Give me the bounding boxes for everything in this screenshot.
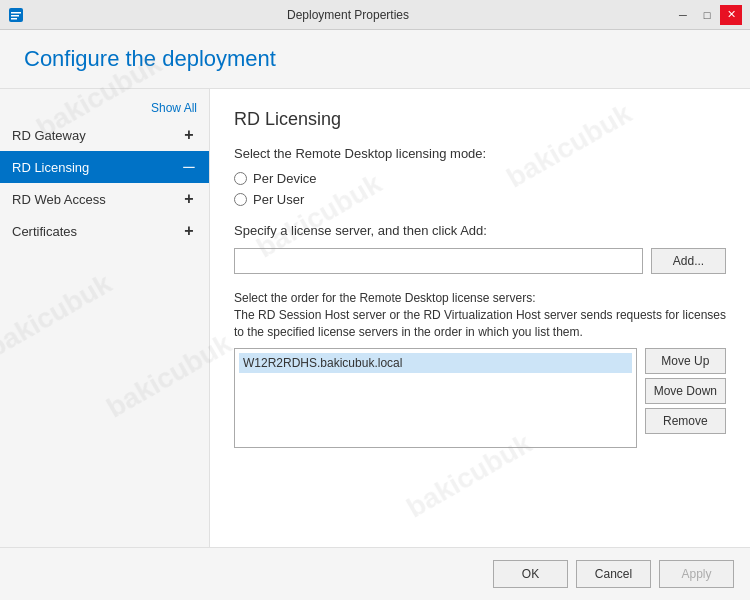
app-icon bbox=[8, 7, 24, 23]
content-area: Show All RD Gateway + RD Licensing ─ RD … bbox=[0, 89, 750, 547]
close-button[interactable]: ✕ bbox=[720, 5, 742, 25]
order-desc-line2: The RD Session Host server or the RD Vir… bbox=[234, 308, 726, 339]
order-desc-line1: Select the order for the Remote Desktop … bbox=[234, 291, 535, 305]
sidebar-expand-icon-certificates: + bbox=[181, 223, 197, 239]
window-controls: ─ □ ✕ bbox=[672, 5, 742, 25]
svg-rect-1 bbox=[11, 12, 21, 14]
title-bar: Deployment Properties ─ □ ✕ bbox=[0, 0, 750, 30]
licensing-mode-label: Select the Remote Desktop licensing mode… bbox=[234, 146, 726, 161]
server-side-buttons: Move Up Move Down Remove bbox=[645, 348, 726, 448]
sidebar-item-rd-web-access[interactable]: RD Web Access + bbox=[0, 183, 209, 215]
move-down-button[interactable]: Move Down bbox=[645, 378, 726, 404]
footer: OK Cancel Apply bbox=[0, 547, 750, 600]
sidebar-collapse-icon-rd-licensing: ─ bbox=[181, 159, 197, 175]
radio-per-device-input[interactable] bbox=[234, 172, 247, 185]
main-window: Configure the deployment Show All RD Gat… bbox=[0, 30, 750, 600]
move-up-button[interactable]: Move Up bbox=[645, 348, 726, 374]
main-panel: RD Licensing Select the Remote Desktop l… bbox=[210, 89, 750, 547]
svg-rect-3 bbox=[11, 18, 17, 20]
section-title: RD Licensing bbox=[234, 109, 726, 130]
radio-per-user[interactable]: Per User bbox=[234, 192, 726, 207]
maximize-button[interactable]: □ bbox=[696, 5, 718, 25]
cancel-button[interactable]: Cancel bbox=[576, 560, 651, 588]
add-button[interactable]: Add... bbox=[651, 248, 726, 274]
page-title: Configure the deployment bbox=[24, 46, 726, 72]
minimize-button[interactable]: ─ bbox=[672, 5, 694, 25]
sidebar: Show All RD Gateway + RD Licensing ─ RD … bbox=[0, 89, 210, 547]
license-server-label: Specify a license server, and then click… bbox=[234, 223, 726, 238]
sidebar-item-rd-gateway[interactable]: RD Gateway + bbox=[0, 119, 209, 151]
header: Configure the deployment bbox=[0, 30, 750, 89]
sidebar-item-label-certificates: Certificates bbox=[12, 224, 181, 239]
svg-rect-2 bbox=[11, 15, 19, 17]
ok-button[interactable]: OK bbox=[493, 560, 568, 588]
sidebar-expand-icon-rd-web-access: + bbox=[181, 191, 197, 207]
sidebar-expand-icon-rd-gateway: + bbox=[181, 127, 197, 143]
radio-per-device-label: Per Device bbox=[253, 171, 317, 186]
sidebar-item-label-rd-licensing: RD Licensing bbox=[12, 160, 181, 175]
server-list-item[interactable]: W12R2RDHS.bakicubuk.local bbox=[239, 353, 632, 373]
sidebar-item-label-rd-gateway: RD Gateway bbox=[12, 128, 181, 143]
radio-per-device[interactable]: Per Device bbox=[234, 171, 726, 186]
show-all-link[interactable]: Show All bbox=[0, 97, 209, 119]
license-server-input-row: Add... bbox=[234, 248, 726, 274]
radio-per-user-input[interactable] bbox=[234, 193, 247, 206]
sidebar-item-rd-licensing[interactable]: RD Licensing ─ bbox=[0, 151, 209, 183]
window-title: Deployment Properties bbox=[24, 8, 672, 22]
licensing-mode-radio-group: Per Device Per User bbox=[234, 171, 726, 207]
remove-button[interactable]: Remove bbox=[645, 408, 726, 434]
server-listbox[interactable]: W12R2RDHS.bakicubuk.local bbox=[234, 348, 637, 448]
server-list-area: W12R2RDHS.bakicubuk.local Move Up Move D… bbox=[234, 348, 726, 448]
apply-button[interactable]: Apply bbox=[659, 560, 734, 588]
radio-per-user-label: Per User bbox=[253, 192, 304, 207]
order-description: Select the order for the Remote Desktop … bbox=[234, 290, 726, 340]
license-server-input[interactable] bbox=[234, 248, 643, 274]
sidebar-item-certificates[interactable]: Certificates + bbox=[0, 215, 209, 247]
sidebar-item-label-rd-web-access: RD Web Access bbox=[12, 192, 181, 207]
